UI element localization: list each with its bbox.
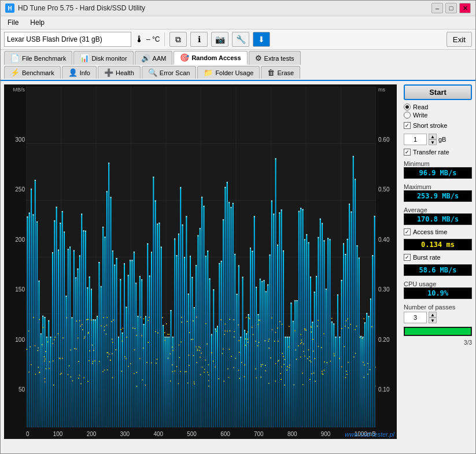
info-icon-btn[interactable]: ℹ bbox=[190, 32, 208, 47]
minimum-label: Minimum bbox=[404, 160, 472, 167]
short-stroke-checkbox-box[interactable] bbox=[404, 122, 411, 129]
num-passes-label: Number of passes bbox=[404, 304, 472, 311]
passes-spin-down[interactable]: ▼ bbox=[429, 318, 437, 323]
tab-erase[interactable]: 🗑 Erase bbox=[261, 66, 300, 79]
stroke-unit: gB bbox=[438, 136, 446, 143]
write-radio[interactable]: Write bbox=[404, 112, 472, 119]
disk-monitor-icon: 📊 bbox=[80, 54, 89, 62]
write-radio-circle[interactable] bbox=[404, 112, 411, 119]
menu-file[interactable]: File bbox=[5, 17, 21, 28]
tab-health[interactable]: ➕ Health bbox=[98, 66, 141, 79]
menu-help[interactable]: Help bbox=[28, 17, 47, 28]
tab-disk-monitor[interactable]: 📊 Disk monitor bbox=[73, 51, 133, 65]
transfer-rate-checkbox[interactable]: Transfer rate bbox=[404, 149, 472, 156]
burst-rate-checkbox[interactable]: Burst rate bbox=[404, 254, 472, 261]
right-panel: Start Read Write Short stroke ▲ bbox=[400, 81, 475, 442]
extra-tests-icon: ⚙ bbox=[255, 54, 262, 62]
camera-icon-btn[interactable]: 📷 bbox=[211, 32, 228, 47]
cpu-usage-stat: CPU usage 10.9% bbox=[404, 279, 472, 299]
toolbar-separator-1 bbox=[164, 32, 165, 46]
cpu-usage-label: CPU usage bbox=[404, 280, 472, 287]
drive-selector-wrapper[interactable]: Lexar USB Flash Drive (31 gB) bbox=[4, 32, 131, 47]
y-val-250: 250 bbox=[5, 186, 25, 193]
average-stat: Average 170.8 MB/s bbox=[404, 205, 472, 225]
x-val-200: 200 bbox=[87, 431, 97, 437]
y-right-val-030: 0.30 bbox=[378, 286, 394, 293]
y-axis-right: ms 0.60 0.50 0.40 0.30 0.20 0.10 bbox=[376, 84, 397, 439]
copy-icon-btn[interactable]: ⧉ bbox=[169, 32, 187, 47]
x-val-0: 0 bbox=[26, 431, 29, 437]
stroke-spinner-row: ▲ ▼ gB bbox=[404, 134, 472, 145]
y-right-val-020: 0.20 bbox=[378, 337, 394, 343]
y-val-200: 200 bbox=[5, 237, 25, 243]
y-label-mbs: MB/s bbox=[5, 87, 25, 93]
title-bar: H HD Tune Pro 5.75 - Hard Disk/SSD Utili… bbox=[1, 1, 475, 16]
stroke-value-input[interactable] bbox=[404, 134, 427, 145]
y-val-100: 100 bbox=[5, 337, 25, 343]
maximum-value: 253.9 MB/s bbox=[404, 190, 472, 202]
access-time-checkbox-box[interactable] bbox=[404, 228, 411, 235]
passes-value-input[interactable] bbox=[404, 312, 427, 323]
erase-icon: 🗑 bbox=[267, 68, 275, 77]
read-radio[interactable]: Read bbox=[404, 104, 472, 110]
stroke-spinner-buttons[interactable]: ▲ ▼ bbox=[429, 134, 437, 145]
chart-canvas bbox=[26, 87, 376, 427]
tab-benchmark[interactable]: ⚡ Benchmark bbox=[4, 66, 61, 79]
app-title: HD Tune Pro 5.75 - Hard Disk/SSD Utility bbox=[18, 4, 145, 12]
y-right-val-060: 0.60 bbox=[378, 136, 394, 143]
drive-selector[interactable]: Lexar USB Flash Drive (31 gB) bbox=[4, 32, 131, 47]
download-icon-btn[interactable]: ⬇ bbox=[253, 32, 270, 47]
passes-spinner-buttons[interactable]: ▲ ▼ bbox=[429, 312, 437, 323]
average-label: Average bbox=[404, 206, 472, 213]
tab-folder-usage[interactable]: 📁 Folder Usage bbox=[197, 66, 260, 79]
info-tab-icon: 👤 bbox=[68, 68, 78, 77]
burst-rate-value: 58.6 MB/s bbox=[404, 264, 472, 276]
y-val-150: 150 bbox=[5, 286, 25, 293]
minimize-button[interactable]: – bbox=[431, 3, 443, 13]
tabs-row-2: ⚡ Benchmark 👤 Info ➕ Health 🔍 Error Scan… bbox=[4, 66, 472, 79]
tab-file-benchmark[interactable]: 📄 File Benchmark bbox=[4, 51, 72, 65]
main-content: MB/s 300 250 200 150 100 50 bbox=[1, 81, 475, 442]
stroke-spin-up[interactable]: ▲ bbox=[429, 134, 437, 139]
close-button[interactable]: ✕ bbox=[459, 3, 471, 13]
x-val-500: 500 bbox=[187, 431, 197, 437]
start-button[interactable]: Start bbox=[404, 84, 472, 100]
y-val-300: 300 bbox=[5, 136, 25, 143]
window-controls[interactable]: – □ ✕ bbox=[431, 3, 471, 13]
maximize-button[interactable]: □ bbox=[445, 3, 457, 13]
y-right-val-010: 0.10 bbox=[378, 386, 394, 393]
progress-text: 3/3 bbox=[404, 339, 472, 346]
read-write-selector: Read Write bbox=[404, 104, 472, 119]
access-time-checkbox[interactable]: Access time bbox=[404, 228, 472, 235]
tab-random-access[interactable]: 🎯 Random Access bbox=[174, 51, 247, 65]
tools-icon-btn[interactable]: 🔧 bbox=[232, 32, 249, 47]
x-val-300: 300 bbox=[120, 431, 130, 437]
folder-usage-icon: 📁 bbox=[204, 68, 213, 77]
short-stroke-checkbox[interactable]: Short stroke bbox=[404, 122, 472, 129]
x-val-700: 700 bbox=[254, 431, 264, 437]
cpu-usage-value: 10.9% bbox=[404, 287, 472, 299]
minimum-value: 96.9 MB/s bbox=[404, 167, 472, 179]
average-value: 170.8 MB/s bbox=[404, 213, 472, 225]
passes-spinner-row: ▲ ▼ bbox=[404, 312, 472, 323]
tabs-area: 📄 File Benchmark 📊 Disk monitor 🔊 AAM 🎯 … bbox=[1, 50, 475, 81]
tab-info[interactable]: 👤 Info bbox=[62, 66, 97, 79]
exit-button[interactable]: Exit bbox=[447, 32, 472, 47]
passes-spin-up[interactable]: ▲ bbox=[429, 312, 437, 318]
y-right-label-ms: ms bbox=[378, 87, 394, 93]
tab-aam[interactable]: 🔊 AAM bbox=[135, 51, 173, 65]
tab-error-scan[interactable]: 🔍 Error Scan bbox=[142, 66, 197, 79]
read-radio-circle[interactable] bbox=[404, 104, 411, 110]
stroke-spin-down[interactable]: ▼ bbox=[429, 139, 437, 145]
tab-extra-tests[interactable]: ⚙ Extra tests bbox=[249, 51, 301, 65]
transfer-rate-checkbox-box[interactable] bbox=[404, 149, 411, 156]
access-time-value: 0.134 ms bbox=[404, 239, 472, 250]
burst-rate-checkbox-box[interactable] bbox=[404, 254, 411, 261]
y-right-val-040: 0.40 bbox=[378, 237, 394, 243]
random-access-icon: 🎯 bbox=[180, 53, 189, 62]
app-icon: H bbox=[5, 3, 14, 13]
y-right-val-050: 0.50 bbox=[378, 186, 394, 193]
maximum-stat: Maximum 253.9 MB/s bbox=[404, 182, 472, 202]
maximum-label: Maximum bbox=[404, 183, 472, 190]
chart-area: MB/s 300 250 200 150 100 50 bbox=[4, 84, 397, 439]
